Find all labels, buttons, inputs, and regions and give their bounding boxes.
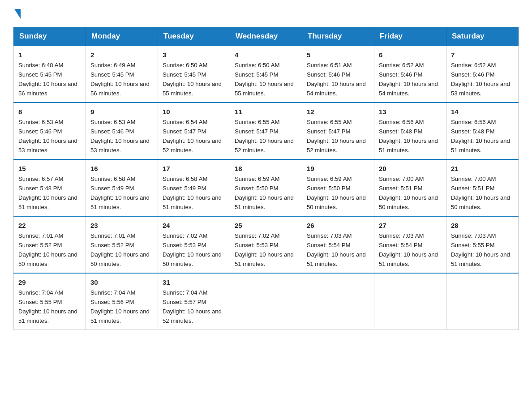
- calendar-header-row: SundayMondayTuesdayWednesdayThursdayFrid…: [14, 27, 519, 46]
- day-number: 17: [163, 163, 225, 174]
- day-daylight: Daylight: 10 hours and 50 minutes.: [90, 251, 150, 267]
- calendar-cell: 14 Sunrise: 6:56 AM Sunset: 5:48 PM Dayl…: [446, 103, 519, 159]
- day-daylight: Daylight: 10 hours and 51 minutes.: [451, 251, 510, 267]
- calendar-cell: 6 Sunrise: 6:52 AM Sunset: 5:46 PM Dayli…: [374, 46, 446, 103]
- weekday-header-thursday: Thursday: [302, 27, 374, 46]
- day-sunset: Sunset: 5:45 PM: [90, 71, 134, 78]
- calendar-week-row: 22 Sunrise: 7:01 AM Sunset: 5:52 PM Dayl…: [14, 216, 519, 273]
- day-daylight: Daylight: 10 hours and 51 minutes.: [235, 194, 294, 210]
- day-daylight: Daylight: 10 hours and 51 minutes.: [18, 194, 77, 210]
- day-sunset: Sunset: 5:50 PM: [235, 185, 279, 192]
- day-sunset: Sunset: 5:47 PM: [307, 128, 351, 135]
- day-sunset: Sunset: 5:46 PM: [18, 128, 62, 135]
- day-daylight: Daylight: 10 hours and 51 minutes.: [163, 194, 222, 210]
- calendar-week-row: 15 Sunrise: 6:57 AM Sunset: 5:48 PM Dayl…: [14, 159, 519, 216]
- day-sunset: Sunset: 5:45 PM: [18, 71, 62, 78]
- calendar-week-row: 1 Sunrise: 6:48 AM Sunset: 5:45 PM Dayli…: [14, 46, 519, 103]
- day-sunrise: Sunrise: 6:54 AM: [163, 119, 207, 125]
- calendar-cell: 24 Sunrise: 7:02 AM Sunset: 5:53 PM Dayl…: [158, 216, 230, 273]
- calendar-cell: 7 Sunrise: 6:52 AM Sunset: 5:46 PM Dayli…: [446, 46, 519, 103]
- day-daylight: Daylight: 10 hours and 52 minutes.: [235, 137, 294, 154]
- day-sunrise: Sunrise: 7:04 AM: [90, 289, 135, 296]
- day-sunrise: Sunrise: 6:48 AM: [18, 62, 63, 68]
- day-number: 25: [235, 220, 297, 231]
- day-sunset: Sunset: 5:56 PM: [90, 299, 134, 305]
- day-sunset: Sunset: 5:54 PM: [307, 242, 351, 248]
- day-sunset: Sunset: 5:48 PM: [451, 128, 495, 135]
- calendar-cell: 23 Sunrise: 7:01 AM Sunset: 5:52 PM Dayl…: [86, 216, 158, 273]
- day-sunset: Sunset: 5:46 PM: [379, 71, 423, 78]
- calendar-cell: 19 Sunrise: 6:59 AM Sunset: 5:50 PM Dayl…: [302, 159, 374, 216]
- day-sunrise: Sunrise: 7:02 AM: [235, 232, 279, 239]
- day-daylight: Daylight: 10 hours and 50 minutes.: [451, 194, 510, 210]
- calendar-cell: 11 Sunrise: 6:55 AM Sunset: 5:47 PM Dayl…: [230, 103, 302, 159]
- day-sunrise: Sunrise: 6:50 AM: [163, 62, 207, 68]
- day-sunrise: Sunrise: 6:52 AM: [451, 62, 496, 68]
- day-daylight: Daylight: 10 hours and 53 minutes.: [18, 137, 77, 154]
- calendar-cell: [230, 273, 302, 330]
- day-sunrise: Sunrise: 7:02 AM: [163, 232, 207, 239]
- day-sunrise: Sunrise: 7:03 AM: [379, 232, 424, 239]
- day-number: 24: [163, 220, 225, 231]
- day-sunset: Sunset: 5:53 PM: [235, 242, 279, 248]
- day-sunrise: Sunrise: 7:00 AM: [379, 176, 424, 182]
- day-sunrise: Sunrise: 6:52 AM: [379, 62, 424, 68]
- day-sunrise: Sunrise: 6:56 AM: [451, 119, 496, 125]
- day-sunset: Sunset: 5:48 PM: [18, 185, 62, 192]
- logo-arrow-icon: [14, 9, 21, 19]
- day-daylight: Daylight: 10 hours and 50 minutes.: [163, 251, 222, 267]
- calendar-cell: 28 Sunrise: 7:03 AM Sunset: 5:55 PM Dayl…: [446, 216, 519, 273]
- day-sunset: Sunset: 5:49 PM: [90, 185, 134, 192]
- calendar-cell: 2 Sunrise: 6:49 AM Sunset: 5:45 PM Dayli…: [86, 46, 158, 103]
- day-number: 13: [379, 107, 442, 117]
- day-sunset: Sunset: 5:47 PM: [163, 128, 206, 135]
- day-number: 9: [90, 107, 153, 117]
- day-daylight: Daylight: 10 hours and 50 minutes.: [18, 251, 77, 267]
- day-daylight: Daylight: 10 hours and 52 minutes.: [307, 137, 366, 154]
- day-sunrise: Sunrise: 6:59 AM: [235, 176, 279, 182]
- calendar-cell: 4 Sunrise: 6:50 AM Sunset: 5:45 PM Dayli…: [230, 46, 302, 103]
- day-sunrise: Sunrise: 6:50 AM: [235, 62, 279, 68]
- day-number: 10: [163, 107, 225, 117]
- calendar-cell: [446, 273, 519, 330]
- day-daylight: Daylight: 10 hours and 51 minutes.: [90, 308, 150, 324]
- day-number: 2: [90, 50, 153, 60]
- day-sunrise: Sunrise: 7:03 AM: [307, 232, 352, 239]
- day-sunset: Sunset: 5:46 PM: [90, 128, 134, 135]
- day-daylight: Daylight: 10 hours and 51 minutes.: [307, 251, 366, 267]
- day-daylight: Daylight: 10 hours and 51 minutes.: [18, 308, 77, 324]
- day-daylight: Daylight: 10 hours and 52 minutes.: [163, 137, 222, 154]
- calendar-cell: 17 Sunrise: 6:58 AM Sunset: 5:49 PM Dayl…: [158, 159, 230, 216]
- day-sunset: Sunset: 5:49 PM: [163, 185, 206, 192]
- day-sunset: Sunset: 5:47 PM: [235, 128, 279, 135]
- calendar-cell: 31 Sunrise: 7:04 AM Sunset: 5:57 PM Dayl…: [158, 273, 230, 330]
- day-number: 1: [18, 50, 81, 60]
- day-number: 12: [307, 107, 369, 117]
- day-sunrise: Sunrise: 6:56 AM: [379, 119, 424, 125]
- calendar-week-row: 29 Sunrise: 7:04 AM Sunset: 5:55 PM Dayl…: [14, 273, 519, 330]
- day-sunrise: Sunrise: 7:04 AM: [18, 289, 63, 296]
- calendar-cell: 29 Sunrise: 7:04 AM Sunset: 5:55 PM Dayl…: [14, 273, 86, 330]
- day-number: 20: [379, 163, 442, 174]
- day-sunset: Sunset: 5:51 PM: [451, 185, 495, 192]
- calendar-cell: 25 Sunrise: 7:02 AM Sunset: 5:53 PM Dayl…: [230, 216, 302, 273]
- day-sunset: Sunset: 5:57 PM: [163, 299, 206, 305]
- calendar-cell: 27 Sunrise: 7:03 AM Sunset: 5:54 PM Dayl…: [374, 216, 446, 273]
- day-number: 7: [451, 50, 514, 60]
- weekday-header-wednesday: Wednesday: [230, 27, 302, 46]
- weekday-header-saturday: Saturday: [446, 27, 519, 46]
- day-number: 5: [307, 50, 369, 60]
- day-sunrise: Sunrise: 7:01 AM: [90, 232, 135, 239]
- day-sunrise: Sunrise: 7:01 AM: [18, 232, 63, 239]
- day-daylight: Daylight: 10 hours and 56 minutes.: [18, 81, 77, 97]
- page-header: [13, 9, 519, 19]
- day-sunset: Sunset: 5:52 PM: [90, 242, 134, 248]
- day-sunrise: Sunrise: 6:57 AM: [18, 176, 63, 182]
- day-number: 14: [451, 107, 514, 117]
- calendar-cell: 16 Sunrise: 6:58 AM Sunset: 5:49 PM Dayl…: [86, 159, 158, 216]
- calendar-cell: 8 Sunrise: 6:53 AM Sunset: 5:46 PM Dayli…: [14, 103, 86, 159]
- day-sunset: Sunset: 5:55 PM: [18, 299, 62, 305]
- day-sunset: Sunset: 5:54 PM: [379, 242, 423, 248]
- day-number: 26: [307, 220, 369, 231]
- day-daylight: Daylight: 10 hours and 51 minutes.: [90, 194, 150, 210]
